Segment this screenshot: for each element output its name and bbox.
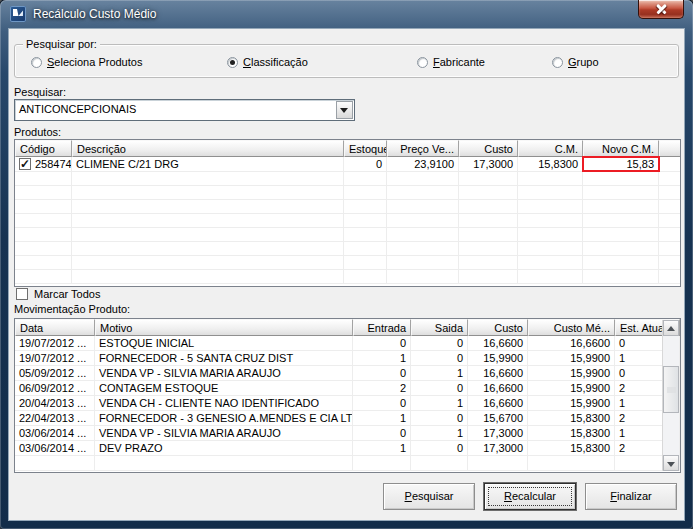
combobox-value: ANTICONCEPCIONAIS (19, 103, 136, 115)
movements-column-header[interactable]: Custo (468, 319, 528, 336)
movements-cell: 0 (353, 396, 411, 410)
products-empty-cell (15, 256, 72, 269)
radio-fabricante[interactable]: Fabricante (417, 55, 485, 69)
movements-cell: 15,8300 (528, 426, 615, 440)
movements-cell: 05/09/2012 ... (15, 366, 95, 380)
movements-cell: 0 (353, 426, 411, 440)
movements-cell: VENDA VP - SILVIA MARIA ARAUJO (95, 426, 353, 440)
radio-seleciona-produtos[interactable]: Seleciona Produtos (31, 55, 142, 69)
dialog-window: Recálculo Custo Médio Pesquisar por: Sel… (0, 0, 693, 529)
movements-cell: 1 (353, 441, 411, 455)
products-column-header[interactable]: Descrição (72, 140, 344, 157)
movements-grid[interactable]: DataMotivoEntradaSaidaCustoCusto Mé...Es… (14, 318, 681, 473)
movements-cell: FORNECEDOR - 3 GENESIO A.MENDES E CIA LT… (95, 411, 353, 425)
movements-column-header[interactable]: Motivo (95, 319, 353, 336)
products-empty-cell (344, 214, 387, 227)
radio-icon (31, 57, 42, 68)
products-empty-cell (344, 228, 387, 241)
movements-cell: 15,9900 (468, 351, 528, 365)
products-empty-cell (459, 270, 518, 283)
products-row[interactable]: 258474CLIMENE C/21 DRG023,910017,300015,… (15, 157, 680, 172)
products-empty-cell (72, 186, 344, 199)
movements-row[interactable]: 03/06/2014 ...VENDA VP - SILVIA MARIA AR… (15, 426, 680, 441)
radio-icon (417, 57, 428, 68)
arrow-up-icon (667, 326, 675, 331)
products-empty-cell (518, 186, 583, 199)
combobox-dropdown-button[interactable] (336, 101, 353, 119)
products-column-header[interactable]: C.M. (518, 140, 583, 157)
movements-column-header[interactable]: Saida (411, 319, 468, 336)
title-bar[interactable]: Recálculo Custo Médio (0, 0, 693, 28)
movements-row[interactable]: 03/06/2014 ...DEV PRAZO1017,300015,83002 (15, 441, 680, 456)
movements-cell: 1 (353, 351, 411, 365)
products-empty-row (15, 214, 680, 228)
marcar-todos-checkbox[interactable]: Marcar Todos (16, 287, 100, 301)
movements-cell: 1 (411, 396, 468, 410)
movements-cell: VENDA VP - SILVIA MARIA ARAUJO (95, 366, 353, 380)
close-button[interactable] (638, 0, 684, 19)
movements-column-header[interactable]: Data (15, 319, 95, 336)
movements-cell: 20/04/2013 ... (15, 396, 95, 410)
products-empty-row (15, 200, 680, 214)
movements-row[interactable]: 22/04/2013 ...FORNECEDOR - 3 GENESIO A.M… (15, 411, 680, 426)
movements-cell: 03/06/2014 ... (15, 426, 95, 440)
products-empty-row (15, 228, 680, 242)
search-label: Pesquisar: (14, 86, 66, 98)
movements-header-row: DataMotivoEntradaSaidaCustoCusto Mé...Es… (15, 319, 680, 336)
products-empty-cell (659, 228, 680, 241)
movements-empty-cell (411, 456, 468, 470)
movements-row[interactable]: 19/07/2012 ...FORNECEDOR - 5 SANTA CRUZ … (15, 351, 680, 366)
scrollbar-thumb[interactable] (663, 366, 679, 413)
movements-row[interactable]: 06/09/2012 ...CONTAGEM ESTOQUE2016,66001… (15, 381, 680, 396)
products-column-header[interactable]: Estoque (344, 140, 387, 157)
products-empty-cell (459, 242, 518, 255)
scroll-up-button[interactable] (663, 320, 679, 336)
products-column-header[interactable]: Novo C.M. (583, 140, 659, 157)
movements-cell: CONTAGEM ESTOQUE (95, 381, 353, 395)
products-empty-cell (72, 256, 344, 269)
products-column-header[interactable]: Código (15, 140, 72, 157)
movements-column-header[interactable]: Custo Mé... (528, 319, 615, 336)
products-empty-cell (387, 186, 459, 199)
products-empty-cell (72, 242, 344, 255)
checkbox-icon (16, 288, 28, 300)
classification-combobox[interactable]: ANTICONCEPCIONAIS (14, 99, 355, 121)
movements-cell: 1 (411, 366, 468, 380)
movements-cell: 2 (353, 381, 411, 395)
movements-scrollbar[interactable] (662, 320, 679, 471)
movements-empty-cell (528, 456, 615, 470)
products-column-header[interactable]: Preço Ve... (387, 140, 459, 157)
radio-grupo[interactable]: Grupo (552, 55, 599, 69)
products-column-header[interactable]: Custo (459, 140, 518, 157)
products-grid[interactable]: CódigoDescriçãoEstoquePreço Ve...CustoC.… (14, 139, 681, 287)
products-empty-cell (72, 172, 344, 185)
app-icon (10, 6, 26, 22)
products-empty-cell (518, 228, 583, 241)
products-column-header-filler (659, 140, 680, 157)
products-cell: 17,3000 (459, 157, 518, 171)
products-empty-cell (344, 242, 387, 255)
movements-cell: 15,8300 (528, 441, 615, 455)
products-empty-cell (459, 172, 518, 185)
movements-cell: 1 (353, 411, 411, 425)
movements-cell: 16,6600 (468, 336, 528, 350)
radio-classificacao[interactable]: Classificação (227, 55, 308, 69)
movements-cell: 16,6600 (468, 366, 528, 380)
movements-row[interactable]: 05/09/2012 ...VENDA VP - SILVIA MARIA AR… (15, 366, 680, 381)
movements-cell: 17,3000 (468, 441, 528, 455)
movements-row[interactable]: 19/07/2012 ...ESTOQUE INICIAL0016,660016… (15, 336, 680, 351)
products-empty-cell (72, 214, 344, 227)
movements-row[interactable]: 20/04/2013 ...VENDA CH - CLIENTE NAO IDE… (15, 396, 680, 411)
pesquisar-button[interactable]: Pesquisar (383, 483, 475, 510)
products-empty-row (15, 242, 680, 256)
recalcular-button[interactable]: Recalcular (484, 483, 576, 510)
movements-column-header[interactable]: Entrada (353, 319, 411, 336)
row-checkbox[interactable] (19, 158, 31, 170)
radio-label: Classificação (243, 56, 308, 68)
radio-icon (227, 57, 238, 68)
movements-cell: 0 (411, 411, 468, 425)
finalizar-button[interactable]: Finalizar (585, 483, 677, 510)
products-empty-cell (459, 256, 518, 269)
products-empty-cell (583, 256, 659, 269)
scroll-down-button[interactable] (663, 455, 679, 471)
